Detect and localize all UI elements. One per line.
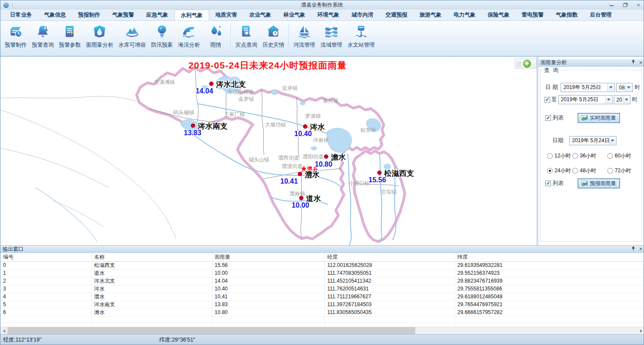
table-cell: 29.7654476975921 (455, 301, 644, 308)
chevron-down-icon[interactable] (609, 137, 616, 144)
column-header[interactable]: 纬度 (455, 253, 644, 261)
restore-button[interactable] (623, 0, 627, 10)
tool-rain-info[interactable]: 雨情 (203, 23, 229, 52)
minimize-button[interactable] (610, 0, 613, 10)
chart-map-icon (582, 181, 588, 186)
pin-icon[interactable] (631, 60, 635, 65)
duration-radio-36小时[interactable]: 36小时 (572, 152, 607, 160)
close-button[interactable]: × (637, 0, 640, 10)
zoom-in-button[interactable]: + (523, 60, 531, 68)
table-row[interactable]: 1道水10.00111.74708305505129.552156374923 (0, 269, 644, 277)
column-header[interactable]: 面雨量 (212, 253, 324, 261)
tool-alert-search[interactable]: 预警查询 (29, 23, 56, 52)
table-cell: 澧水 (91, 293, 212, 301)
tool-inundation[interactable]: 淹没分析 (176, 23, 203, 52)
end-hour-select[interactable]: 20 (614, 95, 630, 104)
realtime-list-checkbox[interactable]: ✓ (545, 115, 551, 121)
menu-item-5[interactable]: 应急气象 (140, 10, 174, 20)
forecast-rainfall-button[interactable]: 预报面雨量 (578, 178, 620, 188)
menu-item-1[interactable]: 日常业务 (4, 10, 38, 20)
status-bar: 经度:112°13'19" 纬度:29°36'51" (0, 334, 644, 345)
end-date-checkbox[interactable]: ✓ (544, 97, 550, 102)
column-header[interactable]: 名称 (91, 253, 212, 261)
panel-header: 面雨量分析 × (538, 59, 644, 67)
end-hour-suffix: 时 (632, 96, 638, 103)
outside-river (35, 188, 97, 242)
drag-grip-icon[interactable] (517, 61, 521, 66)
rainfall-analysis-icon (92, 24, 107, 39)
horizontal-scrollbar[interactable] (0, 327, 644, 334)
tool-history-disaster[interactable]: 历史灾情 (260, 23, 287, 52)
tool-rainfall-analysis[interactable]: 面雨量分析 (83, 23, 116, 52)
scroll-left-arrow-icon[interactable] (0, 327, 7, 335)
table-cell (212, 316, 324, 323)
duration-radio-60小时[interactable]: 60小时 (607, 152, 640, 160)
town-label: 天供山林场 (227, 89, 254, 95)
menu-item-9[interactable]: 林业气象 (277, 10, 311, 20)
map-svg[interactable]: 甘溪滩镇盐井镇天供山林场金罗镇复兴镇码头铺镇王家厂镇大堰垱镇梦溪镇涔南镇如东镇城… (0, 57, 537, 246)
menu-item-12[interactable]: 交通预报 (379, 10, 413, 20)
station-value-label: 10.40 (294, 130, 312, 137)
table-cell: 29.6666157957282 (455, 308, 644, 316)
output-close-icon[interactable]: × (639, 246, 642, 252)
menu-item-10[interactable]: 环境气象 (311, 10, 345, 20)
tool-flood-plan[interactable]: 防汛预案 (148, 23, 176, 52)
menu-item-16[interactable]: 雷电预警 (516, 10, 550, 20)
forecast-date-select[interactable]: 2019年 5月24日 (569, 136, 616, 145)
map-canvas[interactable]: 甘溪滩镇盐井镇天供山林场金罗镇复兴镇码头铺镇王家厂镇大堰垱镇梦溪镇涔南镇如东镇城… (0, 57, 537, 246)
station-marker-icon (324, 155, 328, 159)
pin-icon[interactable] (631, 246, 635, 252)
duration-radio-48小时[interactable]: 48小时 (572, 167, 607, 174)
menu-item-3[interactable]: 预报制作 (72, 10, 106, 20)
chevron-down-icon[interactable] (605, 96, 612, 103)
realtime-rainfall-button[interactable]: 实时面雨量 (578, 113, 620, 123)
scroll-right-arrow-icon[interactable] (637, 327, 644, 335)
station-marker-icon (378, 171, 382, 175)
menu-item-14[interactable]: 电力气象 (448, 10, 482, 20)
table-cell: 111.747083055051 (324, 269, 455, 277)
forecast-list-checkbox[interactable]: ✓ (545, 181, 551, 186)
start-date-select[interactable]: 2019年 5月25日 (561, 83, 615, 92)
table-row[interactable]: 0松滋西支15.56112.00162562502829.61935495322… (0, 261, 644, 269)
menu-item-11[interactable]: 城市内涝 (345, 10, 379, 20)
tool-disaster-search[interactable]: 灾点查询 (233, 23, 260, 52)
town-label: 梦溪镇 (305, 113, 321, 119)
menu-item-6[interactable]: 水利气象 (174, 10, 209, 20)
menu-item-4[interactable]: 气象预警 (106, 10, 140, 20)
menu-item-2[interactable]: 气象信息 (38, 10, 72, 20)
chevron-down-icon[interactable] (625, 84, 632, 91)
tool-hydro-station[interactable]: 水文站管理 (345, 23, 378, 52)
menu-item-13[interactable]: 旅游气象 (413, 10, 448, 20)
panel-close-icon[interactable]: × (639, 60, 642, 65)
scrollbar-thumb[interactable] (7, 327, 415, 335)
tool-river-manage[interactable]: 河流管理 (291, 23, 318, 52)
table-row[interactable] (0, 316, 644, 323)
chevron-down-icon[interactable] (623, 96, 630, 103)
tool-basin-manage[interactable]: 流域管理 (318, 23, 345, 52)
column-header[interactable]: 编号 (0, 253, 91, 261)
tool-alert-params[interactable]: 预警参数 (56, 23, 83, 52)
output-table[interactable]: 编号名称面雨量经度纬度 0松滋西支15.56112.00162562502829… (0, 253, 644, 330)
start-hour-suffix: 时 (634, 84, 640, 91)
start-hour-select[interactable]: 08 (616, 83, 633, 92)
disaster-search-icon (239, 24, 254, 39)
table-row[interactable]: 3涔水10.40111.7620051463129.7555811355086 (0, 285, 644, 293)
menu-item-17[interactable]: 气象指数 (550, 10, 584, 20)
table-row[interactable]: 4澧水10.41111.71121966762729.6188012485048 (0, 293, 644, 301)
tool-reservoir-capacity[interactable]: 水库可增容 (116, 23, 149, 52)
table-row[interactable]: 6澹水10.80111.83056505043529.6666157957282 (0, 308, 644, 316)
duration-radio-72小时[interactable]: 72小时 (607, 167, 640, 174)
menu-item-8[interactable]: 农业气象 (243, 10, 277, 20)
duration-radio-12小时[interactable]: 12小时 (547, 152, 572, 160)
table-row[interactable]: 2涔水北支14.04111.45210541134229.88234767169… (0, 277, 644, 285)
menu-item-18[interactable]: 后台管理 (584, 10, 618, 20)
menu-item-7[interactable]: 地质灾害 (209, 10, 243, 20)
duration-radio-24小时[interactable]: 24小时 (547, 167, 572, 174)
end-date-select[interactable]: 2019年 5月25日 (558, 95, 613, 104)
column-header[interactable]: 经度 (324, 253, 455, 261)
tool-alert-edit[interactable]: 预警制作 (2, 23, 29, 52)
menu-item-15[interactable]: 保险气象 (482, 10, 516, 20)
table-row[interactable]: 5涔水南支13.83111.39726718450329.76544769759… (0, 301, 644, 308)
reservoir-capacity-icon (125, 24, 140, 39)
chevron-down-icon[interactable] (607, 84, 614, 91)
